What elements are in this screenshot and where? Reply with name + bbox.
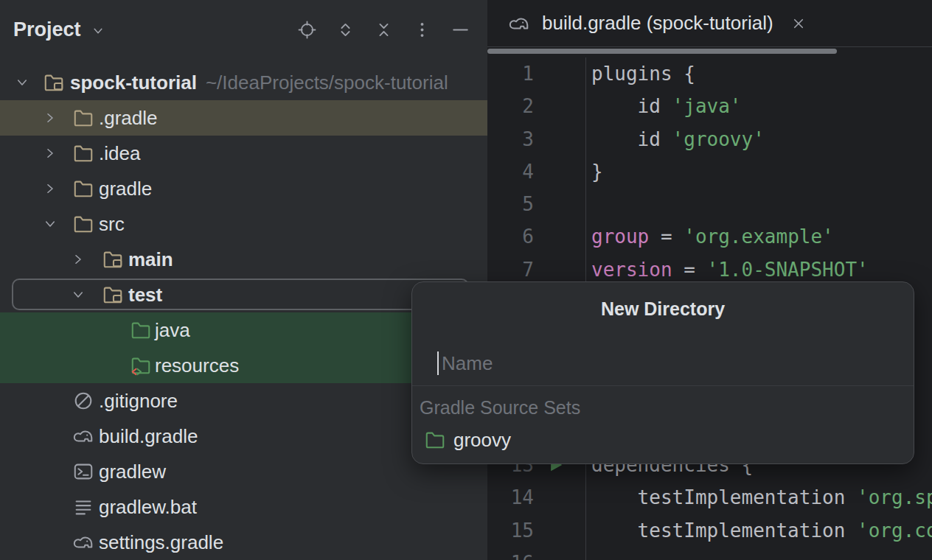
code-line: 2 id 'java' [487,90,932,122]
tab-title: build.gradle (spock-tutorial) [542,12,773,35]
gutter-cell: 3 [487,123,586,155]
editor-area: build.gradle (spock-tutorial) 1plugins {… [487,0,932,560]
line-number: 3 [522,128,534,150]
more-options-button[interactable] [409,17,434,42]
chevron-right-icon[interactable] [69,251,87,268]
text-caret [437,351,439,375]
gradle-icon [72,425,94,447]
hide-icon [451,20,470,40]
gutter-cell: 14 [487,481,586,514]
close-icon[interactable] [790,15,807,32]
code-text: testImplementation 'org.sp [586,486,932,508]
hide-button[interactable] [448,17,473,42]
chevron-down-icon[interactable] [13,74,31,91]
code-line: 16 [487,547,932,560]
project-panel-header: Project [0,0,487,59]
folder-icon [72,213,94,235]
tree-item-label: gradle [99,178,152,200]
tree-item-.gradle[interactable]: .gradle [0,100,487,136]
gutter-cell: 1 [487,57,586,90]
tree-item-spock-tutorial[interactable]: spock-tutorial~/IdeaProjects/spock-tutor… [0,65,487,100]
tree-item-label: gradlew.bat [99,496,197,519]
code-text: id 'groovy' [586,128,765,150]
popup-title: New Directory [412,298,914,320]
line-number: 16 [511,552,534,560]
chevron-right-icon[interactable] [41,180,59,197]
more-options-icon [412,20,432,40]
line-number: 14 [511,486,534,508]
tree-item-label: gradlew [99,461,166,483]
folder-resources-icon [130,354,152,377]
line-number: 2 [522,95,534,117]
code-text: group = 'org.example' [586,225,834,248]
popup-option-groovy[interactable]: groovy [417,422,909,458]
line-number: 7 [522,259,534,281]
folder-icon [72,178,94,200]
new-directory-name-input[interactable]: Name [437,347,888,379]
line-number: 5 [522,193,534,215]
project-view-selector[interactable]: Project [13,18,106,41]
code-line: 15 testImplementation 'org.co [487,514,932,547]
tree-item-label: test [128,284,162,307]
line-number: 15 [511,519,534,542]
editor-tab-build-gradle[interactable]: build.gradle (spock-tutorial) [507,12,807,35]
popup-option-label: groovy [453,429,511,452]
folder-icon [72,107,94,129]
chevron-down-icon[interactable] [69,286,87,304]
tree-item-label: settings.gradle [99,531,223,554]
gradle-icon [72,531,94,553]
code-line: 3 id 'groovy' [487,123,932,155]
tree-item-label: java [155,319,190,342]
chevron-right-icon[interactable] [41,144,59,162]
gutter-cell: 15 [487,514,586,547]
editor-tab-bar: build.gradle (spock-tutorial) [487,0,932,47]
input-placeholder: Name [442,352,493,375]
tree-item-label: .gitignore [99,390,178,413]
code-line: 5 [487,188,932,220]
tree-item-label: spock-tutorial~/IdeaProjects/spock-tutor… [70,71,448,94]
popup-options: groovy [417,422,909,458]
chevron-down-icon [90,23,106,39]
project-tool-window: Project spock-tutorial~/IdeaProjects/spo… [0,0,487,560]
chevron-right-icon[interactable] [41,109,59,127]
collapse-all-button[interactable] [371,17,396,42]
folder-green-icon [424,429,446,451]
divider [412,385,914,386]
code-text: plugins { [586,63,695,85]
line-number: 4 [522,161,534,183]
code-text: version = '1.0-SNAPSHOT' [586,259,869,281]
gutter-cell: 4 [487,155,586,188]
chevron-down-icon[interactable] [41,215,59,233]
locate-button[interactable] [294,17,319,42]
ignored-icon [72,390,94,412]
new-directory-popup: New Directory Name Gradle Source Sets gr… [411,281,914,464]
code-text: id 'java' [586,95,742,117]
tree-item-label: main [128,248,173,271]
tree-item-gradlew.bat[interactable]: gradlew.bat [0,489,487,525]
popup-section-label: Gradle Source Sets [420,394,580,421]
folder-icon [72,142,94,164]
gutter-cell: 2 [487,90,586,122]
expand-all-button[interactable] [333,17,358,42]
code-text: } [586,161,603,183]
scrollbar-horizontal[interactable] [487,49,837,54]
collapse-all-icon [374,20,394,40]
gutter-cell: 16 [487,547,586,560]
folder-badged-icon [102,284,124,306]
code-line: 4} [487,155,932,188]
folder-badged-icon [102,248,124,270]
tree-item-settings.gradle[interactable]: settings.gradle [0,525,487,560]
tree-item-.idea[interactable]: .idea [0,136,487,171]
tree-item-label: src [99,213,125,236]
tree-item-gradle[interactable]: gradle [0,171,487,206]
gutter-cell: 5 [487,188,586,220]
line-number: 1 [522,63,534,85]
tree-item-label: build.gradle [99,425,198,448]
tree-item-label: .gradle [99,107,158,130]
tree-item-main[interactable]: main [0,242,487,277]
tree-item-src[interactable]: src [0,206,487,242]
text-lines-icon [72,496,94,518]
tree-item-label: resources [155,354,239,377]
tree-item-label: .idea [99,142,140,165]
gradle-icon [507,13,532,35]
